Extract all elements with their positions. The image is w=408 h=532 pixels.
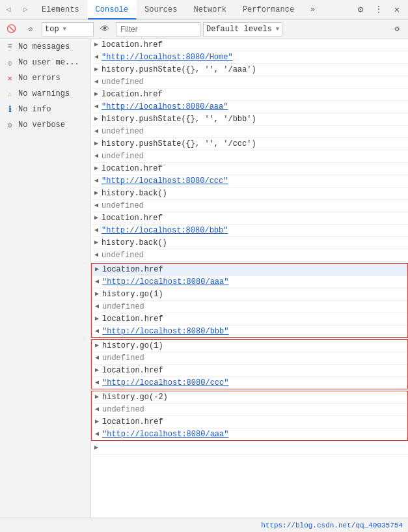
bottom-arrow[interactable]: ▶	[91, 443, 102, 453]
link-2[interactable]: "http://localhost:8080/Home"	[102, 53, 233, 62]
group1-arrow-4[interactable]: ◀	[92, 301, 102, 312]
content-12: "http://localhost:8080/ccc"	[102, 176, 405, 186]
group3-arrow-4[interactable]: ◀	[92, 429, 102, 440]
arrow-6[interactable]: ◀	[91, 102, 102, 112]
group2-arrow-2[interactable]: ◀	[92, 353, 102, 363]
level-selector[interactable]: Default levels ▼	[203, 22, 282, 36]
content-10: undefined	[102, 151, 405, 161]
sidebar-item-errors[interactable]: ✕ No errors	[0, 70, 90, 86]
group1-entry-1: ▶ location.href	[92, 264, 407, 276]
entry-4: ◀ undefined	[91, 76, 408, 89]
console-settings-icon[interactable]: ⚙	[388, 21, 405, 38]
group2-link-4[interactable]: "http://localhost:8080/ccc"	[102, 378, 228, 387]
filter-icon[interactable]: ⊘	[22, 21, 39, 38]
arrow-16[interactable]: ◀	[91, 225, 102, 236]
sidebar-label-user: No user me...	[18, 58, 79, 67]
content-8: undefined	[102, 126, 405, 137]
group1-entry-2: ◀ "http://localhost:8080/aaa"	[92, 276, 407, 288]
group3-entry-4: ◀ "http://localhost:8080/aaa"	[92, 428, 407, 440]
filter-input[interactable]	[116, 22, 200, 36]
arrow-5[interactable]: ▶	[91, 89, 102, 100]
context-dropdown-icon: ▼	[63, 26, 66, 33]
sidebar-item-info[interactable]: ℹ No info	[0, 102, 90, 117]
tab-elements[interactable]: Elements	[34, 0, 88, 20]
sidebar: ≡ No messages ◎ No user me... ✕ No error…	[0, 39, 91, 518]
sidebar-item-messages[interactable]: ≡ No messages	[0, 39, 90, 55]
bottom-prompt[interactable]: ▶	[91, 442, 408, 455]
group3-link-4[interactable]: "http://localhost:8080/aaa"	[102, 430, 228, 439]
group3-arrow-3[interactable]: ▶	[92, 417, 102, 427]
group2-arrow-1[interactable]: ▶	[92, 341, 102, 351]
sidebar-label-messages: No messages	[18, 42, 70, 51]
arrow-13[interactable]: ▶	[91, 188, 102, 199]
group1-link-2[interactable]: "http://localhost:8080/aaa"	[102, 277, 228, 287]
overflow-icon[interactable]: ⋮	[370, 1, 387, 18]
group1-arrow-2[interactable]: ◀	[92, 277, 102, 287]
console-group-1: ▶ location.href ◀ "http://localhost:8080…	[91, 263, 408, 338]
link-6[interactable]: "http://localhost:8080/aaa"	[102, 102, 228, 111]
arrow-3[interactable]: ▶	[91, 64, 102, 75]
console-output[interactable]: ▶ location.href ◀ "http://localhost:8080…	[91, 39, 408, 518]
arrow-18[interactable]: ◀	[91, 250, 102, 260]
group1-content-4: undefined	[102, 301, 405, 312]
link-12[interactable]: "http://localhost:8080/ccc"	[102, 176, 228, 186]
group1-arrow-3[interactable]: ▶	[92, 289, 102, 300]
group1-entry-6: ◀ "http://localhost:8080/bbb"	[92, 326, 407, 337]
group1-entry-3: ▶ history.go(1)	[92, 288, 407, 301]
arrow-15[interactable]: ▶	[91, 213, 102, 223]
arrow-17[interactable]: ▶	[91, 238, 102, 248]
arrow-14[interactable]: ◀	[91, 201, 102, 211]
group1-arrow-6[interactable]: ◀	[92, 326, 102, 337]
arrow-10[interactable]: ◀	[91, 151, 102, 161]
eye-icon[interactable]: 👁	[96, 21, 113, 38]
level-dropdown-icon: ▼	[276, 26, 279, 33]
group2-content-1: history.go(1)	[102, 341, 405, 351]
entry-9: ▶ history.pushState({}, '', '/ccc')	[91, 138, 408, 150]
arrow-4[interactable]: ◀	[91, 77, 102, 87]
tab-sources[interactable]: Sources	[137, 0, 185, 20]
group3-arrow-1[interactable]: ▶	[92, 392, 102, 402]
tab-performance[interactable]: Performance	[235, 0, 303, 20]
arrow-7[interactable]: ▶	[91, 114, 102, 124]
arrow-12[interactable]: ◀	[91, 176, 102, 186]
arrow-9[interactable]: ▶	[91, 139, 102, 149]
arrow-1[interactable]: ▶	[91, 40, 102, 50]
group3-arrow-2[interactable]: ◀	[92, 404, 102, 415]
tab-console[interactable]: Console	[88, 0, 137, 20]
arrow-8[interactable]: ◀	[91, 126, 102, 137]
settings-icon[interactable]: ⚙	[352, 1, 369, 18]
back-icon[interactable]: ◁	[0, 1, 17, 18]
context-selector[interactable]: top ▼	[42, 22, 94, 36]
close-icon[interactable]: ✕	[388, 1, 405, 18]
entry-3: ▶ history.pushState({}, '', '/aaa')	[91, 64, 408, 76]
clear-icon[interactable]: 🚫	[3, 21, 20, 38]
sidebar-item-verbose[interactable]: ⚙ No verbose	[0, 117, 90, 133]
entry-10: ◀ undefined	[91, 150, 408, 163]
status-bar: https://blog.csdn.net/qq_40035754	[0, 518, 408, 532]
tab-more[interactable]: »	[303, 0, 323, 20]
arrow-2[interactable]: ◀	[91, 52, 102, 63]
sidebar-item-warnings[interactable]: ⚠ No warnings	[0, 86, 90, 102]
sidebar-label-errors: No errors	[18, 74, 61, 83]
arrow-11[interactable]: ▶	[91, 163, 102, 174]
group1-arrow-5[interactable]: ▶	[92, 314, 102, 324]
entry-17: ▶ history.back()	[91, 237, 408, 249]
group2-arrow-4[interactable]: ◀	[92, 378, 102, 388]
forward-icon[interactable]: ▷	[17, 1, 34, 18]
sidebar-label-warnings: No warnings	[18, 89, 70, 98]
group1-arrow-1[interactable]: ▶	[92, 264, 102, 275]
status-url[interactable]: https://blog.csdn.net/qq_40035754	[261, 522, 403, 529]
entry-14: ◀ undefined	[91, 200, 408, 212]
group2-arrow-3[interactable]: ▶	[92, 365, 102, 376]
group3-content-3: location.href	[102, 417, 405, 427]
tab-network[interactable]: Network	[185, 0, 234, 20]
entry-18: ◀ undefined	[91, 249, 408, 262]
group1-content-2: "http://localhost:8080/aaa"	[102, 277, 405, 287]
entry-11: ▶ location.href	[91, 163, 408, 175]
group1-entry-5: ▶ location.href	[92, 313, 407, 326]
group1-link-6[interactable]: "http://localhost:8080/bbb"	[102, 327, 228, 336]
content-7: history.pushState({}, '', '/bbb')	[102, 114, 405, 124]
group1-content-6: "http://localhost:8080/bbb"	[102, 326, 405, 337]
sidebar-item-user[interactable]: ◎ No user me...	[0, 55, 90, 70]
link-16[interactable]: "http://localhost:8080/bbb"	[102, 226, 228, 235]
